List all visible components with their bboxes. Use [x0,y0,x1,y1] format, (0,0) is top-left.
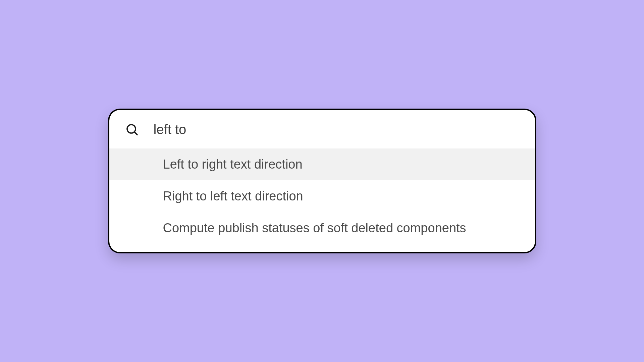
search-input[interactable] [154,122,519,137]
result-item-ltr-text-direction[interactable]: Left to right text direction [109,148,535,180]
results-list: Left to right text direction Right to le… [109,148,535,252]
search-row [109,110,535,148]
result-item-rtl-text-direction[interactable]: Right to left text direction [109,180,535,212]
command-palette: Left to right text direction Right to le… [108,109,536,253]
result-item-compute-publish-statuses[interactable]: Compute publish statuses of soft deleted… [109,212,535,244]
search-icon [125,123,139,136]
svg-line-1 [134,132,137,134]
